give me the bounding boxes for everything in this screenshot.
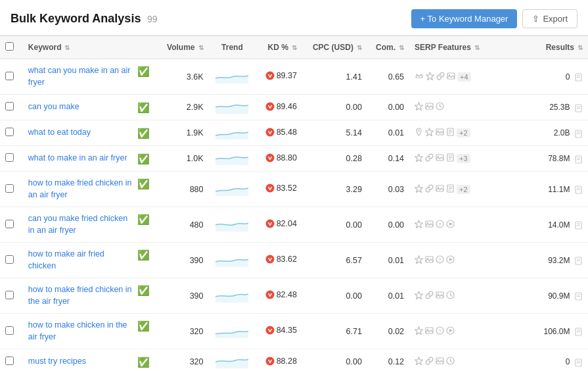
kd-badge-4: 83.52	[265, 184, 297, 193]
row-checkbox-4[interactable]	[5, 184, 14, 193]
svg-text:?: ?	[438, 257, 441, 263]
row-checkbox-8[interactable]	[5, 326, 14, 335]
results-doc-icon-7	[574, 291, 583, 301]
results-doc-icon-4	[574, 184, 583, 194]
serp-more-2: +2	[457, 128, 470, 137]
image-icon	[436, 184, 444, 195]
svg-marker-8	[415, 103, 423, 111]
kd-cell-3: 88.80	[256, 146, 302, 172]
results-value-2: 2.0B	[554, 128, 570, 137]
com-value-1: 0.00	[388, 103, 404, 112]
com-value-2: 0.01	[388, 128, 404, 137]
row-checkbox-5[interactable]	[5, 220, 14, 228]
com-cell-5: 0.00	[367, 207, 409, 243]
svg-line-13	[440, 107, 441, 108]
com-cell-9: 0.12	[367, 349, 409, 372]
volume-cell-7: 390	[155, 278, 209, 314]
keyword-check-icon-0: ✅	[137, 66, 150, 78]
keyword-link-5[interactable]: can you make fried chicken in an air fry…	[28, 214, 127, 235]
link-icon	[425, 357, 434, 367]
keyword-cell-1: can you make ✅	[23, 95, 155, 120]
com-cell-6: 0.01	[367, 243, 409, 278]
play-icon	[446, 326, 455, 337]
question-icon: ?	[436, 255, 444, 266]
col-header-volume[interactable]: Volume ⇅	[155, 36, 209, 59]
image-icon	[436, 128, 444, 138]
star-icon	[415, 102, 423, 112]
row-checkbox-9[interactable]	[5, 357, 14, 365]
svg-point-17	[265, 128, 274, 136]
svg-point-18	[418, 130, 419, 131]
star-icon	[415, 220, 423, 230]
com-value-0: 0.65	[388, 72, 404, 82]
volume-cell-4: 880	[155, 172, 209, 207]
keyword-link-7[interactable]: how to make fried chicken in the air fry…	[28, 285, 132, 306]
trend-cell-8	[209, 314, 256, 349]
svg-rect-9	[426, 103, 433, 109]
image-icon	[447, 72, 455, 82]
keyword-link-9[interactable]: must try recipes	[28, 357, 86, 366]
results-cell-7: 90.9M	[524, 278, 588, 314]
keyword-check-icon-7: ✅	[137, 285, 150, 297]
col-header-serp[interactable]: SERP Features ⇅	[409, 36, 524, 59]
results-cell-9: 0	[524, 349, 588, 372]
row-checkbox-1[interactable]	[5, 102, 14, 111]
kd-cell-1: 89.46	[256, 95, 302, 120]
row-checkbox-2[interactable]	[5, 128, 14, 136]
col-header-cpc[interactable]: CPC (USD) ⇅	[302, 36, 367, 59]
serp-cell-2: +2	[409, 120, 524, 146]
results-cell-8: 106.0M	[524, 314, 588, 349]
row-checkbox-7[interactable]	[5, 291, 14, 299]
trend-cell-1	[209, 95, 256, 120]
kd-badge-2: 85.48	[265, 128, 297, 137]
com-cell-0: 0.65	[367, 59, 409, 95]
keyword-sort-icon: ⇅	[64, 44, 70, 51]
row-checkbox-0[interactable]	[5, 72, 14, 80]
star-icon	[415, 291, 423, 301]
volume-cell-3: 1.0K	[155, 146, 209, 172]
star-icon	[426, 72, 434, 82]
cpc-cell-1: 0.00	[302, 95, 367, 120]
kd-badge-3: 88.80	[265, 153, 297, 162]
com-value-4: 0.03	[388, 185, 404, 194]
kd-value-5: 82.04	[277, 219, 297, 228]
question-icon: ?	[436, 326, 444, 337]
keyword-link-1[interactable]: can you make	[28, 102, 79, 111]
col-header-com[interactable]: Com. ⇅	[367, 36, 409, 59]
results-doc-icon-2	[574, 128, 583, 137]
export-button[interactable]: ⇧ Export	[522, 9, 577, 28]
svg-line-79	[451, 295, 452, 296]
page-title-container: Bulk Keyword Analysis 99	[11, 12, 158, 26]
keyword-link-4[interactable]: how to make fried chicken in an air frye…	[28, 178, 132, 199]
col-header-keyword[interactable]: Keyword ⇅	[23, 36, 155, 59]
cpc-value-0: 1.41	[346, 72, 362, 82]
keyword-link-0[interactable]: what can you make in an air fryer	[28, 66, 131, 87]
trend-cell-0	[209, 59, 256, 95]
row-check-6	[0, 243, 23, 278]
keyword-link-6[interactable]: how to make air fried chicken	[28, 249, 104, 270]
table-row: what to make in an air fryer ✅ 1.0K 88.8…	[0, 146, 588, 172]
trend-cell-2	[209, 120, 256, 146]
results-doc-icon-3	[574, 153, 583, 163]
col-header-results[interactable]: Results ⇅	[524, 36, 588, 59]
cpc-value-9: 0.00	[346, 357, 362, 366]
cpc-cell-3: 0.28	[302, 146, 367, 172]
svg-marker-63	[415, 256, 423, 264]
volume-value-8: 320	[190, 327, 204, 336]
pin-icon	[415, 128, 423, 138]
cpc-value-3: 0.28	[346, 154, 362, 163]
keyword-link-3[interactable]: what to make in an air fryer	[28, 153, 127, 162]
keyword-cell-2: what to eat today ✅	[23, 120, 155, 146]
row-checkbox-3[interactable]	[5, 153, 14, 162]
svg-marker-58	[449, 222, 453, 226]
select-all-checkbox[interactable]	[5, 42, 14, 51]
clock-icon	[446, 291, 455, 301]
results-cell-5: 14.0M	[524, 207, 588, 243]
col-header-kd[interactable]: KD % ⇅	[256, 36, 302, 59]
keyword-link-2[interactable]: what to eat today	[28, 128, 91, 137]
keyword-link-8[interactable]: how to make chicken in the air fryer	[28, 320, 127, 341]
com-cell-2: 0.01	[367, 120, 409, 146]
row-checkbox-6[interactable]	[5, 255, 14, 264]
kd-cell-8: 84.35	[256, 314, 302, 349]
keyword-manager-button[interactable]: + To Keyword Manager	[411, 9, 518, 28]
